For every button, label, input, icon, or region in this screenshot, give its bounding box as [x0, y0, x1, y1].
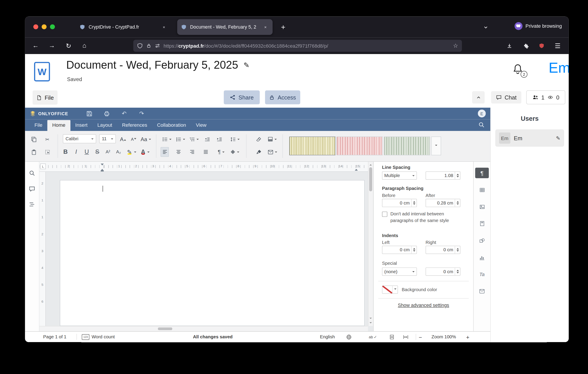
- numbered-list-button[interactable]: [175, 134, 186, 144]
- indent-right-spinner[interactable]: 0 cm: [426, 246, 460, 254]
- extensions-icon[interactable]: [520, 40, 531, 52]
- copy-button[interactable]: [30, 134, 38, 144]
- paste-button[interactable]: [30, 147, 38, 157]
- shape-settings-icon[interactable]: [475, 235, 489, 246]
- spinner-arrows[interactable]: [455, 268, 460, 275]
- show-advanced-settings-link[interactable]: Show advanced settings: [374, 303, 473, 308]
- line-spacing-amount-spinner[interactable]: 1.08: [426, 171, 460, 180]
- color-dropdown-arrow[interactable]: [392, 286, 398, 293]
- fit-width-button[interactable]: [403, 332, 409, 342]
- comments-icon[interactable]: [28, 185, 36, 193]
- tracking-shield-icon[interactable]: [137, 43, 143, 49]
- change-case-button[interactable]: Aa: [140, 134, 151, 144]
- user-list-item[interactable]: Em Em ✎: [495, 129, 564, 147]
- scroll-up-arrow[interactable]: [369, 163, 372, 165]
- collapse-toolbar-button[interactable]: [472, 91, 484, 104]
- interface-shading-button[interactable]: [266, 134, 278, 144]
- mail-merge-settings-icon[interactable]: [475, 286, 489, 296]
- zoom-out-button[interactable]: −: [419, 332, 422, 342]
- forward-button[interactable]: →: [46, 40, 57, 52]
- close-tab-icon[interactable]: ×: [262, 24, 269, 30]
- multilevel-list-button[interactable]: [189, 134, 199, 144]
- decrease-font-button[interactable]: A: [129, 134, 138, 144]
- style-preview-2[interactable]: [336, 136, 383, 155]
- select-all-button[interactable]: [43, 147, 52, 157]
- account-avatar[interactable]: Em: [548, 60, 569, 76]
- set-language-globe-icon[interactable]: [346, 332, 352, 342]
- spinner-arrows[interactable]: [411, 246, 417, 254]
- first-line-indent-marker[interactable]: [101, 164, 104, 167]
- home-button[interactable]: ⌂: [79, 40, 90, 52]
- reload-button[interactable]: ↻: [63, 40, 74, 52]
- vertical-ruler[interactable]: 21123456: [40, 172, 46, 326]
- horizontal-ruler[interactable]: L 21 123456789101112131415: [40, 162, 368, 172]
- spacing-before-spinner[interactable]: 0 cm: [382, 199, 417, 207]
- style-preview-3[interactable]: [384, 136, 430, 155]
- background-color-picker[interactable]: [382, 285, 398, 294]
- increase-font-button[interactable]: A: [119, 134, 127, 144]
- special-select[interactable]: (none): [382, 267, 417, 276]
- language-selector[interactable]: English: [320, 332, 335, 342]
- spinner-arrows[interactable]: [455, 246, 460, 254]
- menu-references[interactable]: References: [117, 120, 152, 131]
- align-left-button[interactable]: [161, 147, 169, 157]
- chart-settings-icon[interactable]: [475, 252, 489, 262]
- indent-left-spinner[interactable]: 0 cm: [382, 246, 417, 254]
- app-menu-icon[interactable]: ☰: [552, 40, 563, 52]
- clear-style-button[interactable]: [254, 134, 263, 144]
- spinner-arrows[interactable]: [455, 172, 460, 179]
- menu-layout[interactable]: Layout: [92, 120, 117, 131]
- redo-button[interactable]: ↷: [137, 109, 146, 118]
- spacing-after-spinner[interactable]: 0.28 cm: [426, 199, 460, 207]
- downloads-icon[interactable]: [504, 40, 515, 52]
- bullet-list-button[interactable]: [161, 134, 172, 144]
- horizontal-scroll-thumb[interactable]: [158, 327, 172, 330]
- find-icon[interactable]: [28, 169, 36, 177]
- previous-page-arrow[interactable]: [369, 318, 372, 320]
- minimize-window-button[interactable]: [42, 24, 47, 29]
- document-page[interactable]: [60, 180, 365, 326]
- chat-button[interactable]: Chat: [491, 91, 522, 104]
- file-menu-button[interactable]: File: [32, 90, 58, 104]
- right-indent-marker[interactable]: [355, 167, 358, 171]
- menu-home[interactable]: Home: [47, 120, 71, 131]
- paragraph-settings-icon[interactable]: ¶: [475, 168, 489, 178]
- line-spacing-button[interactable]: [230, 134, 240, 144]
- copy-style-button[interactable]: [254, 147, 263, 157]
- undo-button[interactable]: ↶: [120, 109, 129, 118]
- access-button[interactable]: Access: [265, 90, 300, 104]
- menu-insert[interactable]: Insert: [70, 120, 92, 131]
- editor-search-icon[interactable]: [478, 122, 486, 129]
- page-indicator[interactable]: Page 1 of 1: [43, 332, 66, 342]
- tab-cryptdrive[interactable]: CryptDrive - CryptPad.fr ×: [76, 19, 171, 35]
- cut-button[interactable]: ✂: [43, 134, 52, 144]
- spinner-arrows[interactable]: [455, 199, 460, 207]
- menu-collaboration[interactable]: Collaboration: [152, 120, 191, 131]
- style-preview-1[interactable]: [289, 136, 336, 155]
- underline-button[interactable]: U: [83, 147, 91, 157]
- edit-name-pencil-icon[interactable]: ✎: [556, 135, 560, 141]
- text-art-settings-icon[interactable]: Ta: [475, 269, 489, 279]
- maximize-window-button[interactable]: [50, 24, 55, 29]
- justify-button[interactable]: [201, 147, 210, 157]
- participants-button[interactable]: 1 0: [526, 90, 565, 104]
- font-color-button[interactable]: A: [139, 147, 151, 157]
- fit-page-button[interactable]: [389, 332, 395, 342]
- save-button[interactable]: [85, 109, 94, 118]
- bookmark-star-icon[interactable]: ☆: [453, 42, 458, 49]
- line-spacing-select[interactable]: Multiple: [382, 171, 417, 180]
- font-size-select[interactable]: 11: [99, 134, 116, 143]
- list-tabs-chevron-icon[interactable]: [481, 23, 491, 32]
- lock-icon[interactable]: [146, 43, 152, 49]
- new-tab-button[interactable]: +: [278, 22, 288, 32]
- image-settings-icon[interactable]: [475, 201, 489, 212]
- font-name-select[interactable]: Calibri: [63, 134, 96, 143]
- zoom-level[interactable]: Zoom 100%: [431, 332, 456, 342]
- spinner-arrows[interactable]: [411, 199, 417, 207]
- horizontal-scrollbar[interactable]: [40, 326, 368, 331]
- decrease-indent-button[interactable]: [203, 134, 211, 144]
- print-button[interactable]: [102, 109, 111, 118]
- url-bar[interactable]: https://cryptpad.fr/doc/#/3/doc/edit/ff0…: [133, 40, 462, 52]
- paragraph-shading-button[interactable]: [230, 147, 240, 157]
- strikethrough-button[interactable]: S: [93, 147, 102, 157]
